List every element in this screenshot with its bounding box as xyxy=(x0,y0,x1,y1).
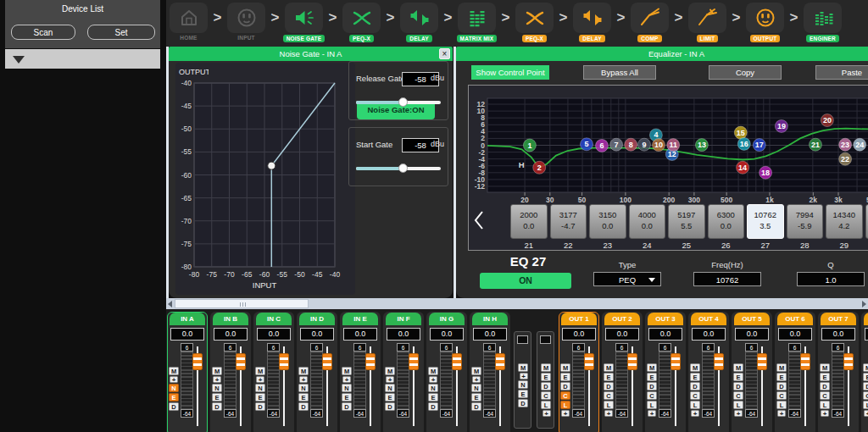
channel-header[interactable]: IN D xyxy=(299,313,335,325)
channel-button-d[interactable]: D xyxy=(604,382,614,390)
master-button-d[interactable]: D xyxy=(541,382,551,390)
master-button-e[interactable]: E xyxy=(541,373,551,381)
eq-band-button[interactable] xyxy=(865,204,868,239)
channel-button-c[interactable]: C xyxy=(560,391,570,400)
channel-button-m[interactable]: M xyxy=(212,367,222,375)
close-icon[interactable]: × xyxy=(439,48,450,59)
eq-control-point-16[interactable]: 16 xyxy=(737,137,750,150)
eq-band-button-29[interactable]: 143404.2 xyxy=(826,204,863,239)
channel-button-m[interactable]: M xyxy=(863,363,868,372)
channel-button-plus[interactable]: + xyxy=(472,376,481,383)
channel-button-l[interactable]: L xyxy=(776,401,787,409)
channel-button-d[interactable]: D xyxy=(385,402,395,411)
fader-handle[interactable] xyxy=(236,353,246,370)
channel-button-l[interactable]: L xyxy=(733,401,743,409)
mixer-scrollbar-thumb[interactable] xyxy=(175,299,309,308)
master-button-n[interactable]: N xyxy=(518,380,528,389)
master-button-m[interactable]: M xyxy=(541,363,551,372)
channel-button-n[interactable]: N xyxy=(385,384,395,392)
toolbar-item-limit[interactable]: LIMIT xyxy=(687,0,727,42)
fader-handle[interactable] xyxy=(409,353,419,370)
master-button-m[interactable]: M xyxy=(518,363,528,372)
channel-button-n[interactable]: N xyxy=(471,384,481,392)
channel-button-m[interactable]: M xyxy=(776,363,787,372)
eq-band-button-22[interactable]: 3177-4.7 xyxy=(550,204,587,239)
channel-button-d[interactable]: D xyxy=(647,382,657,390)
channel-button-c[interactable]: C xyxy=(647,391,657,400)
channel-button-d[interactable]: D xyxy=(690,382,700,390)
channel-button-plus[interactable]: + xyxy=(734,410,743,417)
channel-button-m[interactable]: M xyxy=(385,367,395,375)
fader-handle[interactable] xyxy=(495,353,505,370)
eq-control-point-18[interactable]: 18 xyxy=(760,166,772,179)
eq-band-button-24[interactable]: 40000.0 xyxy=(629,204,666,239)
eq-control-point-10[interactable]: 10 xyxy=(653,139,665,152)
channel-button-m[interactable]: M xyxy=(560,363,570,372)
eq-control-point-20[interactable]: 20 xyxy=(821,114,833,127)
eq-band-button-28[interactable]: 7994-5.9 xyxy=(787,204,824,239)
q-field[interactable]: 1.0 xyxy=(797,272,865,286)
channel-button-l[interactable]: L xyxy=(690,401,700,409)
channel-header[interactable]: IN C xyxy=(256,313,292,325)
channel-button-m[interactable]: M xyxy=(471,367,481,375)
paste-button[interactable]: Paste xyxy=(815,65,868,80)
channel-button-l[interactable]: L xyxy=(863,401,868,409)
toolbar-item-comp[interactable]: COMP xyxy=(630,0,670,42)
channel-button-m[interactable]: M xyxy=(342,367,352,375)
channel-button-d[interactable]: D xyxy=(212,402,222,411)
channel-button-e[interactable]: E xyxy=(647,373,657,381)
start-gate-slider[interactable] xyxy=(356,167,441,170)
channel-header[interactable]: OUT 2 xyxy=(604,313,640,325)
fader-handle[interactable] xyxy=(843,353,854,370)
channel-button-c[interactable]: C xyxy=(863,391,868,400)
master-button-l[interactable]: L xyxy=(541,401,551,409)
fader-handle[interactable] xyxy=(452,353,462,370)
channel-button-plus[interactable]: + xyxy=(648,410,656,417)
fader-handle[interactable] xyxy=(757,353,767,370)
channel-header[interactable]: IN B xyxy=(213,313,248,325)
master-button-c[interactable]: C xyxy=(541,391,551,400)
channel-button-n[interactable]: N xyxy=(342,384,352,392)
channel-button-m[interactable]: M xyxy=(298,367,309,375)
channel-button-m[interactable]: M xyxy=(255,367,265,375)
channel-button-plus[interactable]: + xyxy=(561,410,570,417)
channel-button-m[interactable]: M xyxy=(428,367,438,375)
channel-button-d[interactable]: D xyxy=(342,402,352,411)
channel-button-d[interactable]: D xyxy=(255,402,265,411)
toolbar-item-peq-x[interactable]: PEQ-X xyxy=(342,0,381,42)
fader-handle[interactable] xyxy=(627,353,637,370)
channel-button-e[interactable]: E xyxy=(604,373,614,381)
channel-button-d[interactable]: D xyxy=(471,402,481,411)
eq-band-button-26[interactable]: 63000.0 xyxy=(708,204,745,239)
toolbar-item-peq-x[interactable]: PEQ-X xyxy=(515,0,554,42)
channel-button-plus[interactable]: + xyxy=(604,410,613,417)
channel-button-l[interactable]: L xyxy=(560,401,570,409)
channel-button-d[interactable]: D xyxy=(733,382,743,390)
eq-band-button-23[interactable]: 31500.0 xyxy=(589,204,626,239)
toolbar-item-noise-gate[interactable]: NOISE GATE xyxy=(284,0,324,42)
toolbar-item-delay[interactable]: DELAY xyxy=(572,0,612,42)
channel-button-plus[interactable]: + xyxy=(386,376,394,383)
channel-button-plus[interactable]: + xyxy=(342,376,351,383)
eq-band-button-27[interactable]: 107623.5 xyxy=(747,204,784,239)
mixer-scrollbar[interactable] xyxy=(166,298,868,309)
channel-button-n[interactable]: N xyxy=(255,384,265,392)
channel-button-l[interactable]: L xyxy=(820,401,830,409)
channel-button-m[interactable]: M xyxy=(733,363,743,372)
eq-control-point-14[interactable]: 14 xyxy=(737,161,749,174)
channel-button-c[interactable]: C xyxy=(733,391,743,400)
scroll-right-icon[interactable] xyxy=(862,301,866,307)
eq-on-button[interactable]: ON xyxy=(480,273,571,289)
channel-button-e[interactable]: E xyxy=(863,373,868,381)
eq-control-point-23[interactable]: 23 xyxy=(839,138,852,151)
channel-button-e[interactable]: E xyxy=(560,373,570,381)
eq-control-point-6[interactable]: 6 xyxy=(596,139,609,152)
scroll-left-icon[interactable] xyxy=(168,301,172,307)
device-tree-item[interactable] xyxy=(5,49,160,69)
channel-button-c[interactable]: C xyxy=(690,391,700,400)
channel-button-d[interactable]: D xyxy=(820,382,830,390)
eq-band-button-21[interactable]: 20000.0 xyxy=(510,204,548,239)
eq-control-point-22[interactable]: 22 xyxy=(839,152,852,165)
channel-header[interactable]: IN A xyxy=(170,313,205,325)
eq-control-point-9[interactable]: 9 xyxy=(638,138,651,151)
